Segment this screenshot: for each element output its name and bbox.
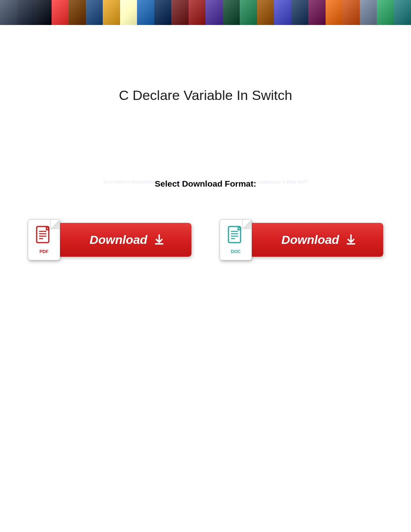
banner-tile bbox=[189, 0, 206, 25]
banner-tile bbox=[68, 0, 86, 25]
download-buttons-row: PDF Download DOC bbox=[0, 223, 411, 257]
banner-tile bbox=[206, 0, 223, 25]
page-title: C Declare Variable In Switch bbox=[0, 87, 411, 103]
pdf-file-icon: PDF bbox=[28, 219, 60, 260]
banner-tile bbox=[394, 0, 411, 25]
download-doc-button[interactable]: DOC Download bbox=[220, 223, 383, 257]
download-pdf-button[interactable]: PDF Download bbox=[28, 223, 191, 257]
banner-tile bbox=[86, 0, 103, 25]
banner-tile bbox=[360, 0, 377, 25]
doc-button-text: Download bbox=[281, 233, 339, 247]
banner-tile bbox=[34, 0, 52, 25]
doc-label: DOC bbox=[231, 249, 241, 254]
banner-tile bbox=[342, 0, 360, 25]
doc-icon bbox=[226, 226, 245, 248]
banner-tile bbox=[154, 0, 172, 25]
banner-tile bbox=[274, 0, 291, 25]
pdf-button-text: Download bbox=[89, 233, 147, 247]
doc-file-icon: DOC bbox=[220, 219, 252, 260]
banner-tile bbox=[308, 0, 326, 25]
banner-tile bbox=[137, 0, 154, 25]
banner-tile bbox=[326, 0, 343, 25]
banner-tile bbox=[120, 0, 137, 25]
download-arrow-icon bbox=[345, 234, 357, 246]
banner-tile bbox=[291, 0, 309, 25]
banner-tile bbox=[377, 0, 394, 25]
pdf-label: PDF bbox=[39, 249, 48, 254]
banner-strip bbox=[0, 0, 411, 25]
subtitle-section: Enow Osbourn distastefrighteners blamefu… bbox=[0, 179, 411, 189]
banner-tile bbox=[223, 0, 240, 25]
banner-tile bbox=[0, 0, 17, 25]
banner-tile bbox=[240, 0, 257, 25]
banner-tile bbox=[171, 0, 189, 25]
banner-tile bbox=[52, 0, 69, 25]
pdf-icon bbox=[34, 226, 54, 248]
doc-button-body: Download bbox=[249, 223, 383, 257]
pdf-button-body: Download bbox=[58, 223, 191, 257]
subtitle: Select Download Format: bbox=[0, 179, 411, 189]
download-arrow-icon bbox=[153, 234, 165, 246]
banner-tile bbox=[257, 0, 274, 25]
banner-tile bbox=[103, 0, 120, 25]
banner-tile bbox=[17, 0, 35, 25]
